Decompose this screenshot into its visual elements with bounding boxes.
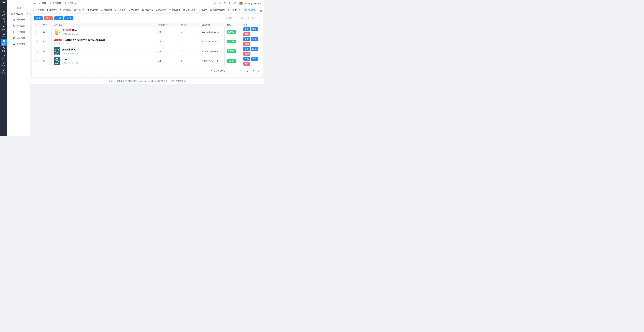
delete-row-button[interactable]: 删除 xyxy=(244,62,250,66)
copy-button[interactable]: 复制 xyxy=(244,47,250,51)
user-menu[interactable]: qidiangaoxiao xyxy=(245,2,261,5)
tab-enter-order[interactable]: 录入订单 xyxy=(128,9,139,11)
edit-button[interactable]: 编辑 xyxy=(251,28,258,31)
menu-item-news-category[interactable]: 资讯分类 xyxy=(7,23,30,29)
article-tag: 按钮分类 xyxy=(62,29,71,31)
copy-button[interactable]: 复制 xyxy=(244,37,250,41)
status-badge[interactable]: 已开启 xyxy=(226,40,236,44)
menu-item-news-list[interactable]: 资讯列表 xyxy=(7,16,30,23)
tab-news-list[interactable]: 资讯列表 xyxy=(243,8,256,12)
sidebar-item-member[interactable]: 会员 xyxy=(0,17,7,24)
tab-gift-card[interactable]: 礼品卡 xyxy=(198,9,207,11)
article-title[interactable]: 12121 xyxy=(62,58,68,61)
reply-list-icon xyxy=(13,37,16,39)
article-title[interactable]: 我校召开本科教育教学审核评估工作推进会 xyxy=(64,38,105,41)
fullscreen-icon[interactable] xyxy=(224,2,226,5)
sidebar-item-home[interactable]: 首页 xyxy=(0,10,7,17)
menu-item-news-settings[interactable]: 资讯设置 xyxy=(7,41,30,48)
sidebar-item-design[interactable]: 设计 xyxy=(0,53,7,61)
article-title[interactable]: 测试 xyxy=(72,29,76,31)
col-views[interactable]: 阅读量 xyxy=(156,23,179,27)
delete-row-button[interactable]: 删除 xyxy=(244,32,250,36)
title-search-input[interactable] xyxy=(227,17,234,19)
delete-row-button[interactable]: 删除 xyxy=(244,42,250,46)
col-order[interactable]: 序号 xyxy=(179,23,200,27)
row-checkbox[interactable] xyxy=(36,40,39,43)
article-title[interactable]: 按钮链接测试 xyxy=(62,48,76,51)
sidebar-item-marketing[interactable]: 营销 xyxy=(0,32,7,39)
apps-icon xyxy=(38,2,41,5)
status-badge[interactable]: 已开启 xyxy=(226,59,236,63)
open-button[interactable]: 开启 xyxy=(54,16,63,20)
tab-review-manage[interactable]: 评价管理 xyxy=(60,9,71,11)
sidebar-item-takeout[interactable]: 外卖 xyxy=(0,46,7,53)
breadcrumb-item-apps[interactable]: 应用 xyxy=(38,2,46,5)
menu-fold-icon[interactable] xyxy=(33,2,36,5)
add-button[interactable]: 添加 xyxy=(34,16,42,20)
tab-gift-card-code[interactable]: 礼品卡兑换码 xyxy=(210,9,225,11)
layout-grid-icon[interactable] xyxy=(260,10,262,12)
sidebar-item-apps[interactable]: 应用 xyxy=(0,39,7,46)
edit-button[interactable]: 编辑 xyxy=(251,37,258,41)
close-button[interactable]: 关闭 xyxy=(64,16,73,20)
sort-icon[interactable] xyxy=(46,24,47,26)
tab-bar: 丁单管理 退款申请 评价管理 商品分类 商品参数 商品分组 商品服务 录入订单 … xyxy=(30,7,264,13)
sort-icon[interactable] xyxy=(165,24,167,26)
col-id[interactable]: ID xyxy=(41,23,52,27)
prev-page-icon[interactable] xyxy=(230,70,233,72)
menu-item-comment-manage[interactable]: 评论管理 xyxy=(7,29,30,35)
edit-button[interactable]: 编辑 xyxy=(251,57,258,61)
breadcrumb-item-news-manage[interactable]: 资讯管理 xyxy=(49,2,61,5)
tab-refund-apply[interactable]: 退款申请 xyxy=(46,9,57,11)
lock-icon[interactable] xyxy=(219,2,222,5)
copy-button[interactable]: 复制 xyxy=(244,28,250,31)
tab-custom-form[interactable]: 自定义表单 xyxy=(183,9,196,11)
row-checkbox[interactable] xyxy=(36,50,39,53)
tab-sales-stats[interactable]: 销售统计 xyxy=(169,9,180,11)
brand-logo[interactable] xyxy=(2,1,6,6)
sort-icon[interactable] xyxy=(186,24,187,26)
delete-button[interactable]: 删除 xyxy=(44,16,53,20)
tabs-scroll-right-icon[interactable] xyxy=(257,9,259,11)
status-badge[interactable]: 已开启 xyxy=(226,49,236,53)
page-size-select[interactable]: 10条/页 xyxy=(216,69,229,73)
parameter-icon xyxy=(87,9,90,11)
breadcrumb-item-news-list[interactable]: 资讯列表 xyxy=(64,2,76,5)
refresh-icon[interactable] xyxy=(234,2,237,5)
tags-icon[interactable] xyxy=(229,2,232,5)
beian-link[interactable]: 黔ICP备2021005707号 xyxy=(117,80,138,83)
tab-gift-card-category[interactable]: 礼品卡分类 xyxy=(228,9,240,11)
next-page-icon[interactable] xyxy=(239,70,242,72)
tabs-scroll-left-icon[interactable] xyxy=(32,9,34,11)
tab-goods-collect[interactable]: 商品采集 xyxy=(156,9,166,11)
status-select[interactable]: 状态 xyxy=(250,16,260,20)
goto-page-input[interactable] xyxy=(250,69,257,73)
content-area: 添加 删除 开启 关闭 分类 状态 xyxy=(30,13,264,77)
sidebar-item-finance[interactable]: 财务 xyxy=(0,24,7,32)
tab-goods-group[interactable]: 商品分组 xyxy=(101,9,112,11)
tab-goods-parameter[interactable]: 商品参数 xyxy=(87,9,98,11)
takeout-icon xyxy=(2,47,5,50)
logo-placeholder xyxy=(16,2,21,2)
sidebar-item-platform[interactable]: 平台 xyxy=(0,61,7,68)
row-checkbox[interactable] xyxy=(36,60,39,62)
title-search-field[interactable] xyxy=(226,16,237,20)
tab-goods-category[interactable]: 商品分类 xyxy=(74,9,84,11)
menu-group-news-manage[interactable]: 资讯管理 xyxy=(7,11,30,16)
sidebar-item-system[interactable]: 系统 xyxy=(0,68,7,75)
edit-button[interactable]: 编辑 xyxy=(251,47,258,51)
avatar[interactable] xyxy=(239,2,243,6)
select-all-checkbox[interactable] xyxy=(36,24,39,26)
member-icon xyxy=(2,18,5,21)
page-number-current[interactable]: 1 xyxy=(234,70,238,72)
status-badge[interactable]: 已开启 xyxy=(226,30,236,34)
menu-item-reply-list[interactable]: 回评列表 xyxy=(7,35,30,41)
tab-order-manage[interactable]: 丁单管理 xyxy=(36,9,44,11)
tab-goods-service[interactable]: 商品服务 xyxy=(114,9,126,11)
category-select[interactable]: 分类 xyxy=(238,16,249,20)
delete-row-button[interactable]: 删除 xyxy=(244,52,250,56)
row-checkbox[interactable] xyxy=(36,31,39,33)
copy-button[interactable]: 复制 xyxy=(244,57,250,61)
link-icon[interactable] xyxy=(214,2,216,5)
tab-goods-poster[interactable]: 商品海报 xyxy=(142,9,153,11)
